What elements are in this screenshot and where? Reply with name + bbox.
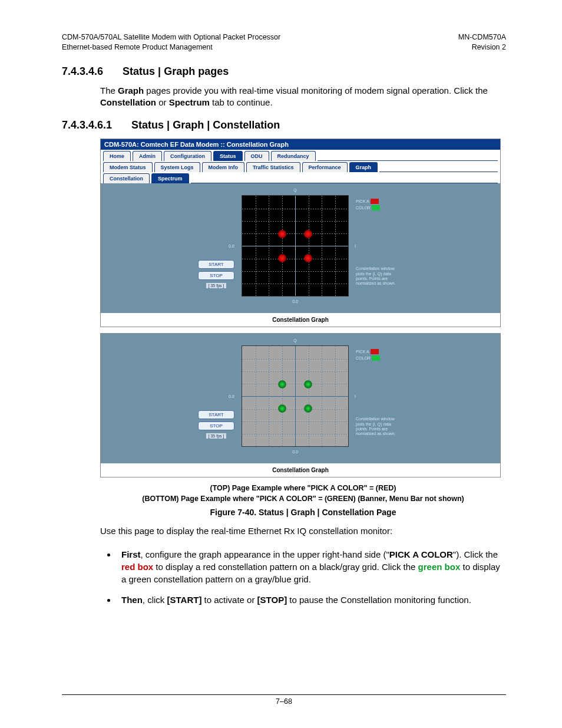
- figure-group: CDM-570A: Comtech EF Data Modem :: Const…: [100, 139, 506, 517]
- tab-system-logs[interactable]: System Logs: [154, 162, 200, 172]
- page: CDM-570A/570AL Satellite Modem with Opti…: [0, 0, 562, 728]
- tab-redundancy[interactable]: Redundancy: [271, 151, 316, 161]
- tab-admin[interactable]: Admin: [133, 151, 162, 161]
- data-point: [304, 254, 312, 262]
- axis-zero-left: 0.0: [229, 244, 234, 248]
- stop-button[interactable]: STOP: [198, 421, 234, 430]
- graph-area: START STOP [ 35 fps ] Q I 0.0 0.0: [101, 334, 500, 463]
- tab-odu[interactable]: ODU: [244, 151, 269, 161]
- app-banner: CDM-570A: Comtech EF Data Modem :: Const…: [101, 139, 500, 150]
- page-footer: 7–68: [62, 694, 506, 706]
- pick-green-swatch[interactable]: [372, 355, 380, 361]
- constellation-plot: [242, 345, 349, 447]
- data-point: [278, 404, 286, 413]
- list-item: Then, click [START] to activate or [STOP…: [117, 594, 506, 606]
- start-button[interactable]: START: [198, 260, 234, 269]
- screenshot-bottom: START STOP [ 35 fps ] Q I 0.0 0.0: [100, 333, 501, 477]
- section-title: Status | Graph pages: [123, 65, 229, 77]
- stop-button[interactable]: STOP: [198, 271, 234, 280]
- axis-i-label: I: [355, 394, 356, 398]
- section-heading-2: 7.4.3.4.6.1 Status | Graph | Constellati…: [62, 119, 506, 131]
- header-left: CDM-570A/570AL Satellite Modem with Opti…: [62, 32, 280, 52]
- axis-i-label: I: [355, 244, 356, 248]
- constellation-plot: [242, 195, 349, 297]
- start-button[interactable]: START: [198, 410, 234, 419]
- tab-configuration[interactable]: Configuration: [164, 151, 211, 161]
- constellation-hint: Constellation window plots the (I, Q) da…: [356, 417, 403, 437]
- axis-q-label: Q: [293, 188, 296, 192]
- header-left-line1: CDM-570A/570AL Satellite Modem with Opti…: [62, 32, 280, 42]
- data-point: [304, 404, 312, 413]
- data-point: [278, 254, 286, 262]
- graph-area: START STOP [ 35 fps ] Q I 0.0 0.0: [101, 183, 500, 313]
- axis-zero-bottom: 0.0: [292, 299, 298, 304]
- tab-traffic-statistics[interactable]: Traffic Statistics: [246, 162, 300, 172]
- figure-caption-block: (TOP) Page Example where "PICK A COLOR" …: [100, 483, 506, 504]
- header-right-line1: MN-CDM570A: [458, 32, 506, 42]
- data-point: [304, 380, 312, 388]
- caption-line-2: (BOTTOM) Page Example where "PICK A COLO…: [100, 494, 506, 505]
- tabs-sub1: Modem Status System Logs Modem Info Traf…: [101, 161, 500, 172]
- pick-red-swatch[interactable]: [371, 349, 379, 354]
- tab-spectrum[interactable]: Spectrum: [151, 173, 189, 183]
- tab-constellation[interactable]: Constellation: [103, 173, 150, 183]
- axis-q-label: Q: [293, 338, 296, 342]
- screenshot-top: CDM-570A: Comtech EF Data Modem :: Const…: [100, 139, 501, 327]
- plot-caption: Constellation Graph: [101, 313, 500, 327]
- right-panel: PICK A COLOR Constellation window plots …: [356, 345, 403, 437]
- left-controls: START STOP [ 35 fps ]: [198, 260, 234, 289]
- pick-a: PICK A: [356, 199, 369, 204]
- section-title: Status | Graph | Constellation: [131, 119, 280, 131]
- fps-readout: [ 35 fps ]: [206, 433, 227, 439]
- page-number: 7–68: [276, 697, 292, 706]
- header-right-line2: Revision 2: [458, 42, 506, 52]
- section-heading-1: 7.4.3.4.6 Status | Graph pages: [62, 65, 506, 78]
- data-point: [278, 230, 286, 238]
- right-panel: PICK A COLOR Constellation window plots …: [356, 195, 403, 286]
- tabs-main: Home Admin Configuration Status ODU Redu…: [101, 150, 500, 161]
- plot-wrapper: Q I 0.0 0.0: [242, 345, 349, 447]
- instruction-list: First, configure the graph appearance in…: [100, 548, 506, 606]
- color: COLOR: [356, 356, 371, 361]
- paragraph-1: The Graph pages provide you with real-ti…: [100, 85, 506, 109]
- pick-a: PICK A: [356, 350, 369, 354]
- page-header: CDM-570A/570AL Satellite Modem with Opti…: [62, 32, 506, 52]
- plot-caption: Constellation Graph: [101, 463, 500, 477]
- section-number: 7.4.3.4.6.1: [62, 119, 112, 131]
- axis-zero-left: 0.0: [229, 394, 234, 398]
- color: COLOR: [356, 206, 371, 210]
- constellation-hint: Constellation window plots the (I, Q) da…: [356, 266, 403, 286]
- caption-line-1: (TOP) Page Example where "PICK A COLOR" …: [100, 483, 506, 494]
- tabs-sub2: Constellation Spectrum: [101, 172, 500, 183]
- paragraph-2: Use this page to display the real-time E…: [100, 525, 506, 537]
- figure-title: Figure 7-40. Status | Graph | Constellat…: [100, 508, 506, 517]
- fps-readout: [ 35 fps ]: [206, 282, 227, 289]
- tab-modem-status[interactable]: Modem Status: [103, 162, 153, 172]
- tab-performance[interactable]: Performance: [302, 162, 348, 172]
- tab-modem-info[interactable]: Modem Info: [202, 162, 245, 172]
- pick-red-swatch[interactable]: [371, 199, 379, 204]
- header-right: MN-CDM570A Revision 2: [458, 32, 506, 52]
- tab-home[interactable]: Home: [103, 151, 131, 161]
- header-left-line2: Ethernet-based Remote Product Management: [62, 42, 280, 52]
- left-controls: START STOP [ 35 fps ]: [198, 410, 234, 439]
- data-point: [278, 380, 286, 388]
- tab-status[interactable]: Status: [213, 151, 243, 161]
- pick-green-swatch[interactable]: [372, 205, 380, 210]
- plot-wrapper: Q I 0.0 0.0: [242, 195, 349, 297]
- data-point: [304, 230, 312, 238]
- tab-graph[interactable]: Graph: [349, 162, 378, 172]
- section-number: 7.4.3.4.6: [62, 65, 103, 78]
- axis-zero-bottom: 0.0: [292, 450, 298, 454]
- list-item: First, configure the graph appearance in…: [117, 548, 506, 585]
